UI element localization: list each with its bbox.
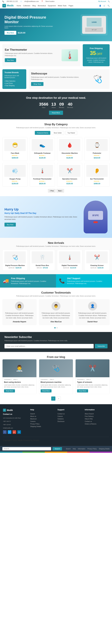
bottom-link-info[interactable]: Information — [78, 448, 85, 450]
bottom-link-search[interactable]: Search — [66, 448, 71, 450]
color-swatch-5[interactable] — [90, 452, 112, 453]
nav-medic-tools[interactable]: Medic Tools — [58, 5, 66, 6]
hero-description: Lorem ipsum dolor sit amet, consectetur … — [5, 26, 56, 29]
testimonial-dots — [3, 327, 109, 328]
footer-social: f t g+ in — [3, 430, 27, 434]
footer-phone-1: +967-146-72 — [3, 420, 27, 422]
account-icon[interactable]: 👤 — [99, 5, 101, 7]
product-card-4[interactable]: 💨 Oxygen Pump ★★★★☆ $109.00 — [3, 163, 28, 186]
footer-info-item-1[interactable]: Free Delivery — [85, 415, 109, 418]
footer-info-item-2[interactable]: Help & FAQ — [85, 418, 109, 420]
arrival-name-2: Digital Thermometer — [59, 264, 80, 266]
footer-top: + Medik Contact us 123 Connecticut St 10… — [3, 409, 109, 434]
cart-icon[interactable]: 🛒 — [103, 5, 105, 7]
arrival-card-3[interactable]: ✂️ Cleaning Scissor $199.00 $159.00 — [84, 250, 109, 270]
search-icon[interactable]: 🔍 — [108, 0, 109, 2]
read-more-button[interactable]: Read More — [49, 111, 63, 115]
footer-support-item-3[interactable]: Disclosure — [57, 420, 82, 423]
footer-info-item-0[interactable]: About Search — [85, 412, 109, 415]
nav-blog[interactable]: Blog — [32, 5, 36, 6]
nav-biomedical[interactable]: Biomedical — [38, 5, 46, 6]
blog-page-2[interactable]: › — [57, 396, 61, 401]
footer-help-item-0[interactable]: Search — [30, 412, 55, 415]
product-price-5: $829.00 — [32, 182, 53, 185]
color-swatch-1[interactable] — [0, 452, 22, 453]
arrival-card-0[interactable]: 🩺 Digital Pressure Machine $299.00 $229.… — [3, 250, 28, 270]
blog-readmore-1[interactable]: Read More — [41, 389, 52, 392]
footer-info-item-4[interactable]: Orders & Returns — [85, 423, 109, 425]
product-card-0[interactable]: 😷 Face Mask ★★★★☆ $309.00 — [3, 137, 28, 161]
hurry-image: 37.5°C — [84, 200, 107, 234]
bottom-search-input[interactable] — [3, 447, 51, 450]
support-text: 24x7 Support Pellentesque ipsum velit he… — [67, 277, 109, 284]
ear-thermometer-title: Ear Thermometer — [5, 48, 60, 52]
dot-1[interactable] — [54, 327, 56, 328]
twitter-icon[interactable]: t — [8, 430, 11, 434]
product-card-7[interactable]: 👂 Ear Thermometer ★★★★☆ $499.00 — [84, 163, 109, 186]
nav-home[interactable]: Home — [17, 5, 21, 6]
subscribe-button[interactable]: Subscribe — [95, 344, 107, 348]
nav-equipment[interactable]: Equipment — [48, 5, 56, 6]
minutes-box: 09 Minutes — [59, 102, 64, 108]
bottom-link-privacy[interactable]: Privacy Policy — [87, 448, 97, 450]
product-card-1[interactable]: 👟 Orthopedic Footwear ★★★★☆ $129.00 — [30, 137, 55, 161]
free-shipping-desc: Pellentesque ipsum velit hendrerit posue… — [85, 57, 107, 63]
product-card-2[interactable]: 🩸 Glucometer Machine ★★★★☆ $129.00 — [57, 137, 82, 161]
color-swatch-3[interactable] — [45, 452, 67, 453]
bottom-link-help[interactable]: Help — [73, 448, 76, 450]
arrival-card-2[interactable]: 🌡️ Digital Thermometer $149.00 $119.00 — [57, 250, 82, 270]
blog-readmore-0[interactable]: Read More — [4, 389, 15, 392]
email-input[interactable] — [5, 344, 94, 348]
testimonial-text-1: Pellentesque ipsum velit hendrerit posue… — [41, 312, 71, 319]
footer-support-item-0[interactable]: Contact us — [57, 412, 82, 415]
ear-thermometer-btn[interactable]: Buy Now — [5, 58, 16, 62]
prev-page-btn[interactable]: ‹ Prev — [48, 189, 56, 192]
search-nav-icon[interactable]: 🔍 — [107, 5, 109, 7]
product-card-3[interactable]: ⌚ Pedometer ★★★★☆ $419.00 — [84, 137, 109, 161]
tab-top-rated[interactable]: Top Rated — [65, 131, 77, 135]
footer-support-item-2[interactable]: Solutions — [57, 418, 82, 420]
product-card-6[interactable]: ✂️ Operation Scissors ★★★★☆ $329.00 — [57, 163, 82, 186]
buy-now-button[interactable]: Buy Now — [5, 31, 16, 35]
next-page-btn[interactable]: Next › — [56, 189, 64, 192]
footer-help-item-2[interactable]: Maximum — [30, 418, 55, 420]
linkedin-icon[interactable]: in — [17, 430, 21, 434]
tab-best-seller[interactable]: Best Seller — [52, 131, 64, 135]
my-account-link[interactable]: My Account — [98, 0, 106, 2]
category-subtitle: Pellentesque ipsum velit hendrerit posue… — [3, 126, 109, 129]
product-grid: 😷 Face Mask ★★★★☆ $309.00 👟 Orthopedic F… — [3, 137, 109, 186]
nav-pages[interactable]: Pages — [69, 5, 73, 6]
arrival-card-1[interactable]: 🦷 Dental Floss Box $99.00 $79.00 — [30, 250, 55, 270]
logo[interactable]: + Medik — [3, 4, 14, 8]
blog-img-1: 🩺 — [39, 360, 73, 377]
testimonial-text-0: Pellentesque ipsum velit hendrerit posue… — [5, 312, 34, 319]
footer-help-item-1[interactable]: About us — [30, 415, 55, 418]
bp-screen: 120/80 — [87, 18, 101, 27]
footer-support-item-1[interactable]: Careers — [57, 415, 82, 418]
footer-logo-text: Medik — [7, 409, 13, 411]
percent-value: 35 — [90, 50, 96, 56]
footer-help-item-4[interactable]: Privacy Policy — [30, 423, 55, 425]
hurry-buy-btn[interactable]: Buy Now — [5, 223, 16, 226]
product-name-6: Operation Scissors — [59, 178, 80, 180]
product-card-5[interactable]: 🌡️ Forehead Thermometer ★★★★☆ $829.00 — [30, 163, 55, 186]
color-swatch-2[interactable] — [22, 452, 45, 453]
stethoscope-btn[interactable]: Shop Now — [31, 82, 43, 86]
dot-2[interactable] — [56, 327, 58, 328]
footer-contact: + Medik Contact us 123 Connecticut St 10… — [3, 409, 27, 434]
bottom-search-btn[interactable]: Search — [53, 447, 62, 450]
footer-info-item-3[interactable]: Contact us — [85, 420, 109, 423]
nav-collection[interactable]: Collection — [23, 5, 30, 6]
footer-help-item-5[interactable]: Shipping Details — [30, 425, 55, 428]
facebook-icon[interactable]: f — [3, 430, 7, 434]
tab-featured[interactable]: Featured Items — [35, 131, 50, 135]
shipping-desc: Pellentesque ipsum velit hendrerit posue… — [11, 280, 53, 284]
shipping-text: Free Shipping Pellentesque ipsum velit h… — [11, 277, 53, 284]
trusted-title: Trusted Brands — [5, 71, 24, 74]
blog-readmore-2[interactable]: Read More — [77, 389, 88, 392]
googleplus-icon[interactable]: g+ — [13, 430, 16, 434]
color-swatch-4[interactable] — [67, 452, 90, 453]
bottom-link-shipping[interactable]: Shipping Details — [99, 448, 109, 450]
footer-help-item-3[interactable]: Careers — [30, 420, 55, 423]
blog-page-1[interactable]: ‹ — [51, 396, 55, 401]
